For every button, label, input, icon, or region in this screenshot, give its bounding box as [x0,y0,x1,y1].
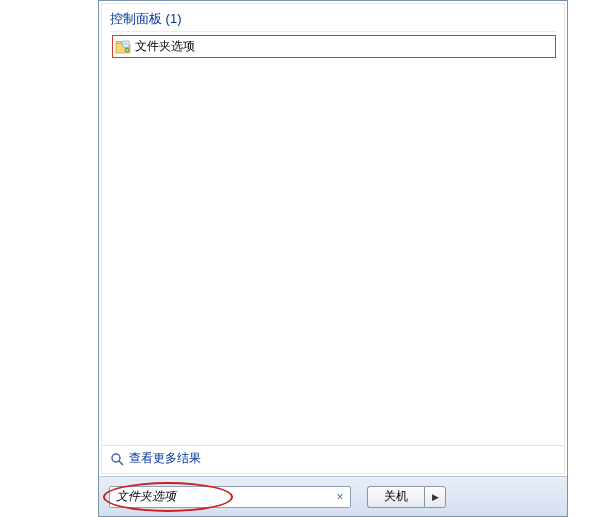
shutdown-button[interactable]: 关机 [367,486,424,508]
results-pane: 控制面板 (1) 文件夹选项 [101,3,565,474]
search-wrapper: × [109,486,351,508]
search-input[interactable] [109,486,351,508]
folder-options-icon [115,39,131,55]
result-label: 文件夹选项 [135,38,195,55]
start-menu-search-window: 控制面板 (1) 文件夹选项 [98,0,568,517]
search-icon [110,452,124,466]
svg-rect-0 [117,41,122,43]
see-more-label: 查看更多结果 [129,450,201,467]
triangle-right-icon: ▶ [432,492,439,502]
bottom-bar: × 关机 ▶ [99,476,567,516]
group-header-control-panel: 控制面板 (1) [110,8,556,32]
clear-search-icon[interactable]: × [333,490,347,504]
shutdown-split-button: 关机 ▶ [367,486,446,508]
result-folder-options[interactable]: 文件夹选项 [112,35,556,58]
svg-rect-1 [123,41,129,47]
shutdown-menu-arrow[interactable]: ▶ [424,486,446,508]
results-spacer [110,58,556,445]
see-more-results[interactable]: 查看更多结果 [102,445,564,473]
svg-line-4 [119,461,123,465]
